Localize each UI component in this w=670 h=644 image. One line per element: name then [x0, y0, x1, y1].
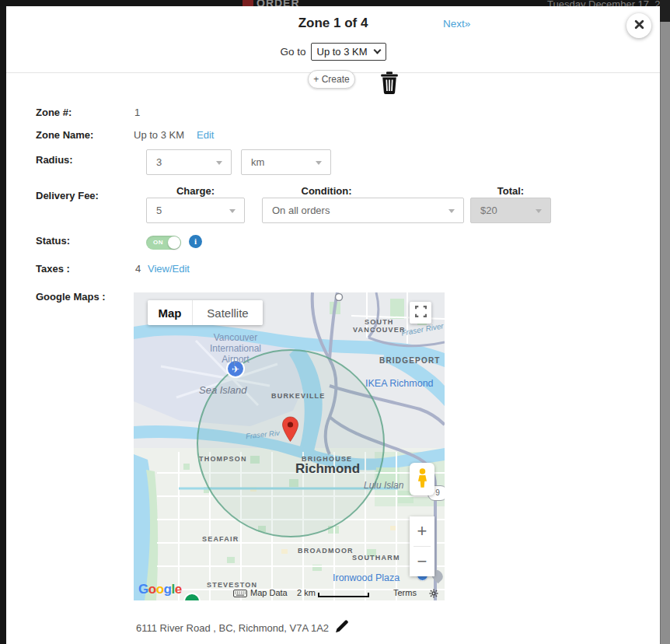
- info-icon[interactable]: i: [189, 235, 202, 248]
- close-button[interactable]: [626, 13, 651, 38]
- delete-zone-button[interactable]: [380, 71, 399, 95]
- google-map-canvas[interactable]: ✈ SOUTH VANCOUVER Fraser River BRIDGEPOR…: [134, 292, 445, 600]
- scale-bar: [318, 593, 369, 597]
- radius-unit-value: km: [251, 156, 264, 168]
- page-header-strip: ORDER Tuesday December 17, 2: [0, 0, 670, 6]
- caret-down-icon: [229, 209, 236, 213]
- scale-text: 2 km: [297, 588, 316, 597]
- goto-label: Go to: [280, 46, 305, 58]
- keyboard-shortcuts-icon[interactable]: [233, 590, 247, 599]
- condition-header: Condition:: [262, 185, 391, 197]
- taxes-value: 4: [135, 263, 141, 275]
- svg-text:✈: ✈: [232, 364, 239, 375]
- charge-header: Charge:: [146, 185, 245, 197]
- caret-down-icon: [216, 161, 222, 165]
- goto-zone-select[interactable]: Up to 3 KM: [311, 43, 386, 61]
- map-label: Sea Island: [199, 385, 246, 397]
- zoom-out-button[interactable]: −: [410, 547, 434, 576]
- map-zoom-control: + −: [410, 516, 434, 576]
- goto-zone-row: Go to Up to 3 KM: [6, 43, 660, 61]
- zoom-in-button[interactable]: +: [410, 516, 434, 546]
- condition-value: On all orders: [272, 205, 330, 216]
- map-type-satellite-button[interactable]: Satellite: [193, 300, 263, 325]
- caret-down-icon: [316, 161, 322, 165]
- toggle-knob: [168, 236, 180, 249]
- map-type-control: Map Satellite: [148, 300, 263, 325]
- chevron-down-icon: [373, 47, 381, 54]
- map-label: IKEA Richmond: [365, 378, 434, 389]
- radius-value-select[interactable]: 3: [146, 149, 232, 175]
- map-data-text: Map Data: [250, 588, 288, 597]
- map-label: SOUTH VANCOUVER: [353, 318, 406, 334]
- header-datetime: Tuesday December 17, 2: [547, 0, 660, 6]
- zone-number-label: Zone #:: [36, 107, 72, 118]
- zone-name-label: Zone Name:: [36, 129, 93, 141]
- next-zone-link[interactable]: Next»: [443, 18, 470, 30]
- map-label: Lulu Islan: [364, 481, 403, 492]
- map-label: Vancouver International Airport: [202, 333, 269, 365]
- page-scrollbar[interactable]: [660, 0, 670, 644]
- radius-label: Radius:: [36, 154, 73, 166]
- delivery-fee-label: Delivery Fee:: [36, 190, 99, 201]
- caret-down-icon: [536, 209, 542, 213]
- zone-name-edit-link[interactable]: Edit: [197, 129, 214, 141]
- radius-selected-value: 3: [156, 156, 162, 168]
- map-type-map-button[interactable]: Map: [148, 300, 193, 325]
- page-backdrop-left: [0, 0, 6, 644]
- map-label: BURKEVILLE: [271, 392, 326, 400]
- map-label: SOUTHARM: [352, 554, 400, 562]
- map-label: THOMPSON: [199, 455, 247, 463]
- zone-number-value: 1: [134, 107, 140, 118]
- caret-down-icon: [448, 209, 455, 213]
- brand-logo-icon: [243, 0, 253, 6]
- zone-address: 6111 River Road , BC, Richmond, V7A 1A2: [136, 622, 329, 634]
- street-view-pegman-button[interactable]: [410, 463, 434, 495]
- fullscreen-button[interactable]: [410, 302, 431, 324]
- pegman-icon: [416, 467, 429, 491]
- condition-select[interactable]: On all orders: [262, 198, 464, 223]
- map-label: BROADMOOR: [298, 547, 354, 555]
- goto-selected-value: Up to 3 KM: [317, 46, 368, 58]
- map-label: SEAFAIR: [202, 535, 239, 543]
- terms-link[interactable]: Terms: [393, 588, 417, 597]
- google-logo[interactable]: Google: [138, 582, 182, 597]
- zone-name-value: Up to 3 KM: [134, 129, 184, 141]
- google-maps-label: Google Maps :: [36, 291, 106, 303]
- scrollbar-thumb[interactable]: [660, 22, 670, 644]
- charge-value: 5: [156, 205, 162, 216]
- radius-unit-select[interactable]: km: [241, 149, 331, 175]
- zone-address-row: 6111 River Road , BC, Richmond, V7A 1A2: [136, 620, 348, 635]
- create-zone-button[interactable]: + Create: [308, 70, 355, 89]
- zone-editor-modal: Zone 1 of 4 Next» Go to Up to 3 KM + Cre…: [6, 6, 660, 644]
- report-error-icon[interactable]: [429, 589, 438, 600]
- close-icon: [634, 19, 644, 32]
- map-label: Richmond: [295, 461, 360, 477]
- total-select-disabled: $20: [470, 198, 551, 223]
- map-label: BRIDGEPORT: [379, 356, 441, 366]
- modal-title: Zone 1 of 4: [6, 16, 660, 31]
- fullscreen-icon: [415, 306, 427, 320]
- trash-icon: [380, 86, 399, 97]
- charge-select[interactable]: 5: [146, 198, 245, 223]
- total-value: $20: [480, 205, 497, 216]
- brand-logo-text: ORDER: [256, 0, 300, 6]
- taxes-label: Taxes :: [36, 263, 70, 275]
- status-toggle[interactable]: ON: [146, 236, 181, 250]
- pencil-icon: [335, 624, 348, 635]
- taxes-view-edit-link[interactable]: View/Edit: [148, 263, 190, 275]
- status-label: Status:: [36, 235, 70, 247]
- edit-address-button[interactable]: [335, 620, 348, 635]
- map-label: Ironwood Plaza: [333, 572, 400, 583]
- total-header: Total:: [470, 185, 551, 197]
- toggle-on-text: ON: [153, 239, 163, 246]
